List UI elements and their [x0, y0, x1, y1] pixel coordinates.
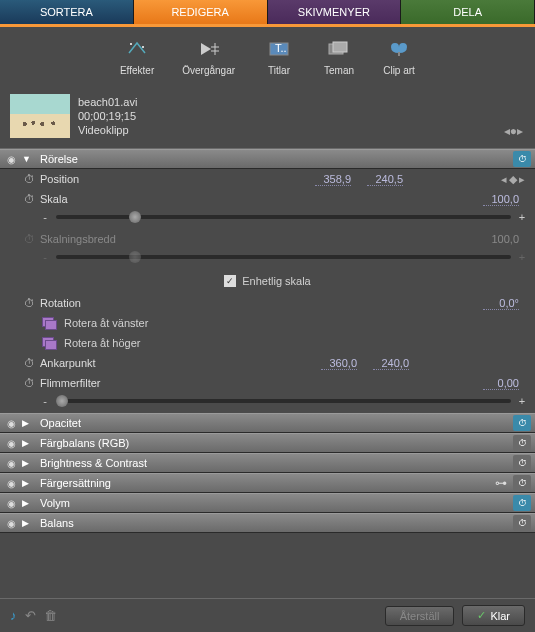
label-flicker: Flimmerfilter [40, 377, 475, 389]
label-scale-width: Skalningsbredd [40, 233, 475, 245]
svg-point-1 [142, 46, 144, 48]
tool-titles[interactable]: T.. Titlar [263, 37, 295, 76]
stopwatch-icon: ⏱ [24, 233, 40, 245]
anchor-x[interactable]: 360,0 [321, 357, 357, 370]
stopwatch-button[interactable]: ⏱ [513, 495, 531, 511]
scale-value[interactable]: 100,0 [483, 193, 519, 206]
section-brightness-contrast[interactable]: ◉ ▶ Brightness & Contrast ⏱ [0, 453, 535, 473]
properties-panel: ◉ ▼ Rörelse ⏱ ⏱ Position 358,9 240,5 ◂◆▸… [0, 148, 535, 598]
eye-icon[interactable]: ◉ [4, 456, 18, 470]
trash-icon[interactable]: 🗑 [44, 608, 57, 623]
scale-width-slider-row: - + [0, 249, 535, 269]
expand-arrow-icon[interactable]: ▶ [22, 438, 34, 448]
tab-share[interactable]: DELA [401, 0, 535, 24]
label-scale: Skala [40, 193, 475, 205]
stopwatch-button[interactable]: ⏱ [513, 475, 531, 491]
section-motion[interactable]: ◉ ▼ Rörelse ⏱ [0, 149, 535, 169]
clip-info: beach01.avi 00;00;19;15 Videoklipp ◂●▸ [0, 84, 535, 148]
label-uniform-scale: Enhetlig skala [242, 275, 311, 287]
scale-width-value: 100,0 [483, 233, 519, 245]
stopwatch-icon[interactable]: ⏱ [24, 357, 40, 369]
audio-waveform-icon[interactable]: ◂●▸ [504, 124, 523, 138]
keyframe-nav[interactable]: ◂◆▸ [501, 173, 527, 186]
svg-rect-6 [398, 52, 400, 56]
section-balance[interactable]: ◉ ▶ Balans ⏱ [0, 513, 535, 533]
tab-disc-menus[interactable]: SKIVMENYER [268, 0, 402, 24]
stopwatch-button[interactable]: ⏱ [513, 151, 531, 167]
expand-arrow-icon[interactable]: ▶ [22, 498, 34, 508]
rotate-left-icon [40, 315, 58, 331]
stopwatch-button[interactable]: ⏱ [513, 455, 531, 471]
clip-timecode: 00;00;19;15 [78, 109, 137, 123]
section-rgb[interactable]: ◉ ▶ Färgbalans (RGB) ⏱ [0, 433, 535, 453]
clip-thumbnail[interactable] [10, 94, 70, 138]
toolbar: Effekter Övergångar T.. Titlar Teman Cli… [0, 27, 535, 84]
tool-effects[interactable]: Effekter [120, 37, 154, 76]
stopwatch-button[interactable]: ⏱ [513, 515, 531, 531]
eye-icon[interactable]: ◉ [4, 436, 18, 450]
svg-text:T..: T.. [275, 42, 287, 54]
clip-filename: beach01.avi [78, 95, 137, 109]
expand-arrow-icon[interactable]: ▶ [22, 518, 34, 528]
position-y[interactable]: 240,5 [367, 173, 403, 186]
svg-rect-5 [333, 42, 347, 52]
uniform-scale-checkbox[interactable]: ✓ [224, 275, 236, 287]
stopwatch-icon[interactable]: ⏱ [24, 297, 40, 309]
stopwatch-icon[interactable]: ⏱ [24, 173, 40, 185]
titles-icon: T.. [263, 37, 295, 61]
scale-width-slider [56, 255, 511, 259]
section-opacity[interactable]: ◉ ▶ Opacitet ⏱ [0, 413, 535, 433]
eye-icon[interactable]: ◉ [4, 496, 18, 510]
scale-slider[interactable] [56, 215, 511, 219]
anchor-y[interactable]: 240,0 [373, 357, 409, 370]
tool-transitions[interactable]: Övergångar [182, 37, 235, 76]
check-icon: ✓ [477, 609, 486, 622]
share-icon[interactable]: ♪ [10, 608, 17, 623]
settings-icon[interactable]: ⊶ [495, 476, 509, 490]
label-position: Position [40, 173, 307, 185]
reset-button[interactable]: Återställ [385, 606, 455, 626]
collapse-arrow-icon[interactable]: ▼ [22, 154, 34, 164]
flicker-slider-row: - + [0, 393, 535, 413]
eye-icon[interactable]: ◉ [4, 416, 18, 430]
section-colorize[interactable]: ◉ ▶ Färgersättning ⊶ ⏱ [0, 473, 535, 493]
expand-arrow-icon[interactable]: ▶ [22, 458, 34, 468]
stopwatch-button[interactable]: ⏱ [513, 415, 531, 431]
rotate-right-button[interactable]: Rotera åt höger [0, 333, 535, 353]
undo-icon[interactable]: ↶ [25, 608, 36, 623]
stopwatch-button[interactable]: ⏱ [513, 435, 531, 451]
eye-icon[interactable]: ◉ [4, 516, 18, 530]
done-button[interactable]: ✓Klar [462, 605, 525, 626]
position-x[interactable]: 358,9 [315, 173, 351, 186]
scale-slider-row: - + [0, 209, 535, 229]
expand-arrow-icon[interactable]: ▶ [22, 418, 34, 428]
label-rotation: Rotation [40, 297, 475, 309]
svg-point-0 [130, 43, 132, 45]
clip-type: Videoklipp [78, 123, 137, 137]
flicker-value[interactable]: 0,00 [483, 377, 519, 390]
rotate-right-icon [40, 335, 58, 351]
eye-icon[interactable]: ◉ [4, 476, 18, 490]
rotation-value[interactable]: 0,0 [483, 297, 519, 310]
clipart-icon [383, 37, 415, 61]
themes-icon [323, 37, 355, 61]
expand-arrow-icon[interactable]: ▶ [22, 478, 34, 488]
eye-icon[interactable]: ◉ [4, 152, 18, 166]
transitions-icon [193, 37, 225, 61]
stopwatch-icon[interactable]: ⏱ [24, 377, 40, 389]
rotate-left-button[interactable]: Rotera åt vänster [0, 313, 535, 333]
tab-sort[interactable]: SORTERA [0, 0, 134, 24]
stopwatch-icon[interactable]: ⏱ [24, 193, 40, 205]
label-anchor: Ankarpunkt [40, 357, 313, 369]
tab-edit[interactable]: REDIGERA [134, 0, 268, 24]
flicker-slider[interactable] [56, 399, 511, 403]
tool-themes[interactable]: Teman [323, 37, 355, 76]
footer: ♪ ↶ 🗑 Återställ ✓Klar [0, 598, 535, 632]
effects-icon [121, 37, 153, 61]
tool-clipart[interactable]: Clip art [383, 37, 415, 76]
section-volume[interactable]: ◉ ▶ Volym ⏱ [0, 493, 535, 513]
